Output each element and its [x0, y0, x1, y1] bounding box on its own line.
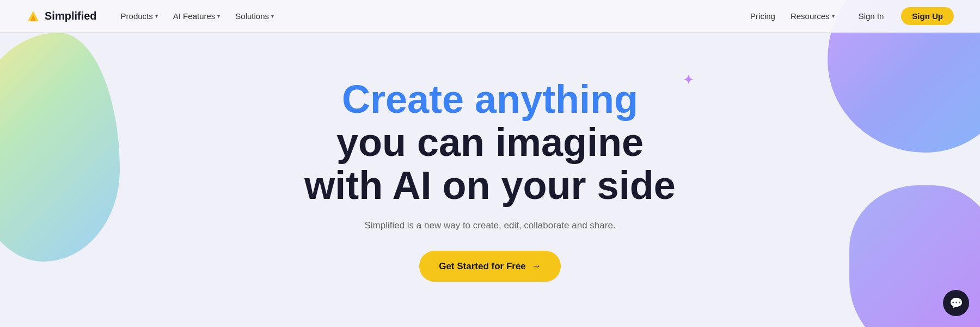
- nav-solutions[interactable]: Solutions ▾: [229, 8, 280, 24]
- nav-right-links: Pricing Resources ▾: [744, 8, 841, 24]
- nav-right: Pricing Resources ▾ Sign In Sign Up: [744, 7, 954, 25]
- logo-link[interactable]: Simplified: [26, 9, 97, 23]
- nav-pricing[interactable]: Pricing: [744, 8, 782, 24]
- solutions-chevron-icon: ▾: [271, 13, 274, 19]
- chat-icon: 💬: [950, 296, 963, 310]
- hero-subtitle: Simplified is a new way to create, edit,…: [364, 220, 615, 231]
- sign-up-button[interactable]: Sign Up: [901, 7, 954, 25]
- logo-icon: [26, 9, 40, 23]
- nav-resources[interactable]: Resources ▾: [784, 8, 841, 24]
- nav-ai-features[interactable]: AI Features ▾: [167, 8, 227, 24]
- ai-features-chevron-icon: ▾: [217, 13, 220, 19]
- sign-in-link[interactable]: Sign In: [850, 8, 893, 24]
- brand-name: Simplified: [45, 10, 97, 22]
- sparkle-icon: ✦: [683, 74, 693, 87]
- nav-links: Products ▾ AI Features ▾ Solutions ▾: [114, 8, 280, 24]
- navbar: Simplified Products ▾ AI Features ▾ Solu…: [0, 0, 980, 33]
- chat-bubble-button[interactable]: 💬: [943, 290, 969, 316]
- cta-arrow-icon: →: [531, 261, 541, 272]
- nav-left: Simplified Products ▾ AI Features ▾ Solu…: [26, 8, 280, 24]
- hero-line3: with AI on your side: [304, 164, 675, 207]
- cta-button[interactable]: Get Started for Free →: [419, 251, 561, 282]
- cta-label: Get Started for Free: [439, 261, 526, 272]
- hero-line2: you can imagine: [304, 121, 675, 164]
- hero-line1: Create anything ✦: [304, 78, 675, 121]
- products-chevron-icon: ▾: [155, 13, 158, 19]
- nav-products[interactable]: Products ▾: [114, 8, 164, 24]
- resources-chevron-icon: ▾: [832, 13, 835, 19]
- hero-section: Create anything ✦ you can imagine with A…: [0, 33, 980, 327]
- hero-heading: Create anything ✦ you can imagine with A…: [304, 78, 675, 208]
